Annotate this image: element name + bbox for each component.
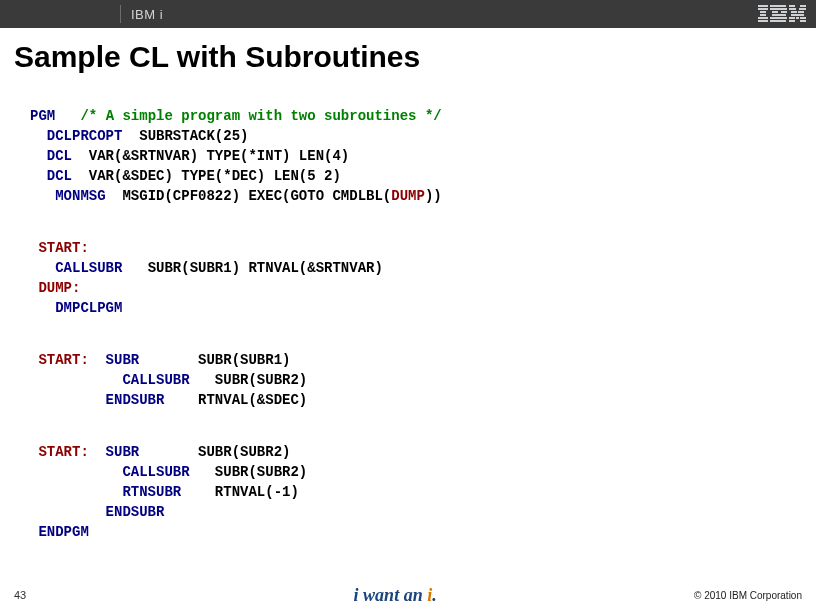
code-kw: CALLSUBR <box>30 260 122 276</box>
svg-rect-24 <box>800 20 806 22</box>
code-kw: SUBR <box>89 444 139 460</box>
code-kw: DMPCLPGM <box>30 300 122 316</box>
svg-rect-5 <box>758 20 768 22</box>
footer-bar: 43 i want an i. © 2010 IBM Corporation <box>0 578 816 612</box>
code-kw: ENDSUBR <box>30 504 164 520</box>
copyright-text: © 2010 IBM Corporation <box>694 590 802 601</box>
svg-rect-2 <box>760 11 766 13</box>
code-label: DUMP: <box>30 280 80 296</box>
svg-rect-11 <box>770 17 787 19</box>
svg-rect-12 <box>770 20 786 22</box>
code-args: SUBR(SUBR1) RTNVAL(&SRTNVAR) <box>122 260 382 276</box>
svg-rect-20 <box>789 17 795 19</box>
svg-rect-23 <box>789 20 795 22</box>
code-args: SUBR(SUBR2) <box>190 372 308 388</box>
svg-rect-1 <box>758 8 768 10</box>
code-kw: CALLSUBR <box>30 464 190 480</box>
brand-block: IBM i <box>0 5 163 23</box>
code-kw: SUBR <box>89 352 139 368</box>
svg-rect-10 <box>772 14 786 16</box>
svg-rect-6 <box>770 5 786 7</box>
code-args: SUBR(SUBR2) <box>190 464 308 480</box>
svg-rect-17 <box>791 11 797 13</box>
code-args: VAR(&SDEC) TYPE(*DEC) LEN(5 2) <box>72 168 341 184</box>
slide-title: Sample CL with Subroutines <box>14 40 420 74</box>
svg-rect-19 <box>791 14 804 16</box>
svg-rect-8 <box>772 11 778 13</box>
svg-rect-14 <box>800 5 806 7</box>
code-kw: DCL <box>30 148 72 164</box>
code-args: SUBR(SUBR2) <box>139 444 290 460</box>
code-kw: ENDSUBR <box>30 392 164 408</box>
code-label: START: <box>30 240 89 256</box>
code-args: RTNVAL(&SDEC) <box>164 392 307 408</box>
code-label: START: <box>30 444 89 460</box>
svg-rect-7 <box>770 8 787 10</box>
code-label: START: <box>30 352 89 368</box>
page-number: 43 <box>14 589 26 601</box>
code-comment: /* A simple program with two subroutines… <box>55 108 441 124</box>
svg-rect-4 <box>758 17 768 19</box>
header-bar: IBM i <box>0 0 816 28</box>
code-kw: MONMSG <box>30 188 106 204</box>
tagline-part1: i want an <box>354 585 428 605</box>
code-kw: ENDPGM <box>30 524 89 540</box>
brand-separator <box>120 5 121 23</box>
svg-rect-0 <box>758 5 768 7</box>
code-kw: DCLPRCOPT <box>30 128 122 144</box>
code-kw: PGM <box>30 108 55 124</box>
svg-rect-13 <box>789 5 795 7</box>
code-args: RTNVAL(-1) <box>181 484 299 500</box>
code-args: SUBR(SUBR1) <box>139 352 290 368</box>
svg-rect-15 <box>789 8 796 10</box>
brand-text: IBM i <box>131 7 163 22</box>
code-args: MSGID(CPF0822) EXEC(GOTO CMDLBL( <box>106 188 392 204</box>
code-args: SUBRSTACK(25) <box>122 128 248 144</box>
code-kw: DCL <box>30 168 72 184</box>
code-args: VAR(&SRTNVAR) TYPE(*INT) LEN(4) <box>72 148 349 164</box>
code-block: PGM /* A simple program with two subrout… <box>30 86 786 542</box>
ibm-logo-icon <box>758 5 806 23</box>
code-label-ref: DUMP <box>391 188 425 204</box>
code-kw: CALLSUBR <box>30 372 190 388</box>
tagline-part2: . <box>432 585 437 605</box>
svg-rect-9 <box>781 11 787 13</box>
svg-rect-16 <box>799 8 806 10</box>
tagline: i want an i. <box>354 585 437 606</box>
code-args: )) <box>425 188 442 204</box>
code-kw: RTNSUBR <box>30 484 181 500</box>
svg-rect-21 <box>796 17 799 19</box>
svg-rect-3 <box>760 14 766 16</box>
svg-rect-18 <box>798 11 804 13</box>
svg-rect-22 <box>800 17 806 19</box>
